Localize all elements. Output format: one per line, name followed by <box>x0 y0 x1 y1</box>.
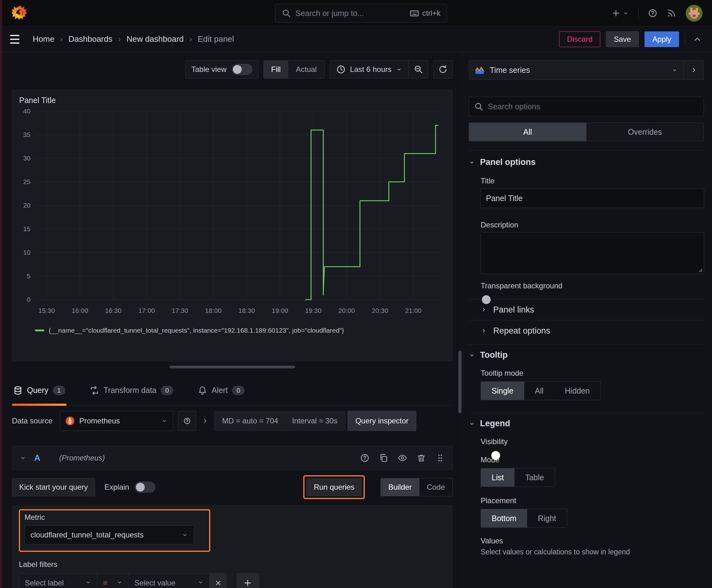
svg-text:17:00: 17:00 <box>138 307 155 314</box>
apply-button[interactable]: Apply <box>645 31 679 47</box>
tab-overrides[interactable]: Overrides <box>586 123 704 141</box>
active-tab-underline <box>12 404 67 406</box>
grafana-logo-icon[interactable] <box>12 4 30 22</box>
drag-handle-icon[interactable] <box>435 453 445 463</box>
tooltip-single-option[interactable]: Single <box>481 382 524 400</box>
legend-mode-list[interactable]: List <box>481 468 515 486</box>
divider <box>638 7 639 19</box>
refresh-button[interactable] <box>433 60 453 79</box>
query-inspector-button[interactable]: Query inspector <box>347 411 416 431</box>
tab-transform-data[interactable]: Transform data 0 <box>88 375 175 405</box>
select-label-dropdown[interactable]: Select label <box>19 573 97 588</box>
alert-count-badge: 0 <box>232 386 244 395</box>
add-button[interactable] <box>611 8 629 18</box>
breadcrumb-home[interactable]: Home <box>33 34 54 44</box>
zoom-out-button[interactable] <box>408 61 428 78</box>
search-options-placeholder: Search options <box>488 102 540 111</box>
discard-button[interactable]: Discard <box>559 31 600 47</box>
remove-filter-button[interactable] <box>210 573 226 588</box>
query-row-header[interactable]: A (Prometheus) <box>12 446 453 470</box>
table-view-toggle[interactable]: Table view <box>185 60 258 79</box>
query-datasource-hint: (Prometheus) <box>59 454 105 462</box>
tab-all[interactable]: All <box>469 123 586 141</box>
fill-option[interactable]: Fill <box>264 61 288 78</box>
avatar[interactable] <box>686 5 703 22</box>
builder-option[interactable]: Builder <box>381 478 419 496</box>
duplicate-query-icon[interactable] <box>379 453 388 463</box>
svg-text:5: 5 <box>27 272 30 279</box>
collapse-sidebar-button[interactable] <box>684 61 704 80</box>
query-help-icon[interactable] <box>360 453 369 463</box>
help-button[interactable] <box>648 8 657 18</box>
save-button[interactable]: Save <box>606 31 639 47</box>
menu-toggle-button[interactable] <box>10 32 24 46</box>
news-rss-button[interactable] <box>667 8 676 18</box>
tooltip-mode-label: Tooltip mode <box>481 369 704 378</box>
tooltip-hidden-option[interactable]: Hidden <box>554 382 600 400</box>
description-label: Description <box>481 220 704 229</box>
query-ref-id[interactable]: A <box>34 453 41 463</box>
explain-switch[interactable] <box>135 482 155 493</box>
legend-mode-table[interactable]: Table <box>515 468 555 486</box>
repeat-options-section[interactable]: Repeat options <box>481 320 704 341</box>
grafana-edit-panel: Search or jump to... ctrl+k <box>0 0 712 588</box>
svg-text:18:30: 18:30 <box>238 307 255 314</box>
tab-query[interactable]: Query 1 <box>12 375 67 405</box>
delete-query-icon[interactable] <box>416 453 426 463</box>
label-filters-label: Label filters <box>19 560 446 569</box>
edit-area: Table view Fill Actual Last 6 hours <box>0 52 462 588</box>
collapse-header-button[interactable] <box>693 35 702 44</box>
transform-icon <box>90 386 99 395</box>
visualization-picker[interactable]: Time series <box>469 61 684 80</box>
panel-title-input[interactable] <box>481 188 704 208</box>
search-icon <box>474 102 483 111</box>
time-range-picker[interactable]: Last 6 hours <box>330 65 408 74</box>
collapse-query-chevron[interactable] <box>20 455 26 461</box>
datasource-picker[interactable]: Prometheus <box>60 411 173 431</box>
svg-text:20:00: 20:00 <box>339 307 355 314</box>
keyboard-icon <box>410 8 419 18</box>
top-bar: Search or jump to... ctrl+k <box>0 0 712 26</box>
placement-bottom[interactable]: Bottom <box>481 509 527 527</box>
panel-links-section[interactable]: Panel links <box>481 299 704 320</box>
legend-header[interactable]: Legend <box>469 419 704 428</box>
select-value-dropdown[interactable]: Select value <box>129 573 210 588</box>
search-input[interactable]: Search or jump to... ctrl+k <box>275 4 447 23</box>
tab-alert[interactable]: Alert 0 <box>196 375 246 405</box>
code-option[interactable]: Code <box>419 478 452 496</box>
scrollbar-thumb[interactable] <box>458 351 461 413</box>
panel-options-header[interactable]: Panel options <box>469 158 704 167</box>
tooltip-header[interactable]: Tooltip <box>469 350 704 360</box>
breadcrumb-new-dashboard[interactable]: New dashboard <box>127 34 184 44</box>
run-queries-button[interactable]: Run queries <box>306 478 361 496</box>
breadcrumb-dashboards[interactable]: Dashboards <box>68 34 112 44</box>
editor-tabs: Query 1 Transform data 0 Alert 0 <box>12 375 453 405</box>
add-filter-button[interactable] <box>237 573 259 588</box>
description-textarea[interactable] <box>481 232 704 274</box>
svg-text:21:00: 21:00 <box>405 307 422 314</box>
prometheus-icon <box>65 416 75 426</box>
placement-right[interactable]: Right <box>527 509 567 527</box>
placement-label: Placement <box>481 496 704 505</box>
chart-legend-item[interactable]: {__name__="cloudflared_tunnel_total_requ… <box>35 327 447 334</box>
time-series-chart[interactable]: 051015202530354015:3016:0016:3017:0017:3… <box>17 108 447 325</box>
expand-options-chevron[interactable] <box>201 417 209 425</box>
kick-start-button[interactable]: Kick start your query <box>12 478 95 496</box>
panel-title: Panel Title <box>17 94 447 108</box>
toggle-visibility-icon[interactable] <box>398 453 407 463</box>
resize-handle[interactable] <box>170 365 295 369</box>
svg-text:19:00: 19:00 <box>272 307 288 314</box>
tooltip-all-option[interactable]: All <box>524 382 555 400</box>
svg-text:20: 20 <box>23 202 30 209</box>
breadcrumb-separator: › <box>118 34 121 44</box>
actual-option[interactable]: Actual <box>288 61 324 78</box>
nav-bar: Home › Dashboards › New dashboard › Edit… <box>0 26 712 52</box>
chevron-down-icon <box>396 66 402 72</box>
metric-select[interactable]: cloudflared_tunnel_total_requests <box>24 525 194 544</box>
series-label: {__name__="cloudflared_tunnel_total_requ… <box>49 327 344 334</box>
query-options-summary[interactable]: MD = auto = 704 Interval = 30s <box>214 411 346 431</box>
search-options-input[interactable]: Search options <box>469 97 704 116</box>
operator-dropdown[interactable]: = <box>97 573 129 588</box>
datasource-help-button[interactable] <box>178 411 196 431</box>
table-view-switch[interactable] <box>232 64 253 75</box>
